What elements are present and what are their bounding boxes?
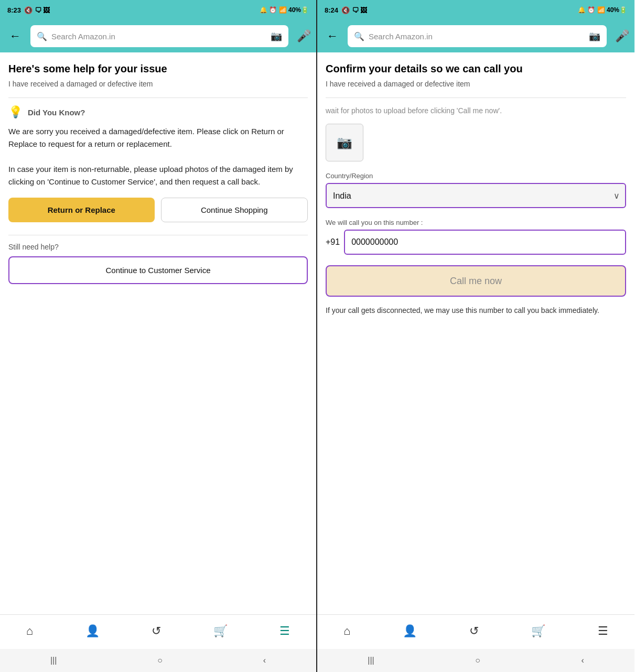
left-help-text: We are sorry you received a damaged/defe… xyxy=(8,125,308,188)
right-status-bar: 8:24 🔇 🗨 🖼 🔔 ⏰ 📶 40%🔋 xyxy=(317,0,634,20)
continue-to-customer-service-button[interactable]: Continue to Customer Service xyxy=(8,256,308,284)
right-account-icon: 👤 xyxy=(403,624,417,638)
right-sys-home[interactable]: ○ xyxy=(475,656,480,665)
left-search-placeholder: Search Amazon.in xyxy=(51,32,266,41)
left-nav-cart[interactable]: 🛒 xyxy=(213,624,228,638)
left-nav-bar: ← 🔍 Search Amazon.in 📷 🎤 xyxy=(0,20,316,52)
left-sys-home[interactable]: ○ xyxy=(157,656,163,665)
left-status-icons: 🔇 🗨 🖼 xyxy=(24,6,50,14)
left-search-icon: 🔍 xyxy=(37,31,47,41)
left-action-buttons: Return or Replace Continue Shopping xyxy=(8,198,308,222)
right-nav-refresh[interactable]: ↺ xyxy=(469,624,479,638)
still-need-help-label: Still need help? xyxy=(8,243,308,251)
right-status-right-icons: 🔔 ⏰ 📶 40%🔋 xyxy=(578,6,627,14)
left-bottom-nav: ⌂ 👤 ↺ 🛒 ☰ xyxy=(0,614,316,649)
right-time: 8:24 xyxy=(325,6,338,14)
right-page-title: Confirm your details so we can call you xyxy=(326,62,626,75)
return-or-replace-button[interactable]: Return or Replace xyxy=(8,198,155,222)
right-nav-menu[interactable]: ☰ xyxy=(598,624,608,638)
left-page-title: Here's some help for your issue xyxy=(8,62,308,75)
right-bottom-nav: ⌂ 👤 ↺ 🛒 ☰ xyxy=(317,614,634,649)
right-menu-icon: ☰ xyxy=(598,624,608,638)
right-refresh-icon: ↺ xyxy=(469,624,479,638)
right-sys-back[interactable]: ‹ xyxy=(581,656,584,665)
right-back-button[interactable]: ← xyxy=(322,27,342,45)
photo-upload-button[interactable]: 📷 xyxy=(326,124,363,161)
left-mic-icon[interactable]: 🎤 xyxy=(297,29,311,43)
left-status-right-icons: 🔔 ⏰ 📶 40%🔋 xyxy=(260,6,309,14)
phone-prefix: +91 xyxy=(326,237,340,247)
right-content: Confirm your details so we can call you … xyxy=(317,52,634,614)
right-cart-icon: 🛒 xyxy=(531,624,545,638)
left-did-you-know: 💡 Did You Know? xyxy=(8,105,308,119)
call-me-now-button[interactable]: Call me now xyxy=(326,265,626,297)
right-home-icon: ⌂ xyxy=(343,624,350,638)
right-search-bar[interactable]: 🔍 Search Amazon.in 📷 xyxy=(348,25,607,47)
left-time: 8:23 xyxy=(7,6,21,14)
left-sys-apps[interactable]: ||| xyxy=(50,656,57,665)
left-status-time: 8:23 🔇 🗨 🖼 xyxy=(7,6,50,14)
country-select[interactable]: India United States United Kingdom xyxy=(326,183,626,208)
left-sub-title: I have received a damaged or defective i… xyxy=(8,80,308,88)
continue-shopping-button[interactable]: Continue Shopping xyxy=(161,198,308,222)
left-nav-account[interactable]: 👤 xyxy=(85,624,100,638)
left-camera-icon[interactable]: 📷 xyxy=(271,30,282,42)
right-status-right: 🔔 ⏰ 📶 40%🔋 xyxy=(578,6,627,14)
photo-upload-icon: 📷 xyxy=(337,135,352,150)
right-nav-account[interactable]: 👤 xyxy=(403,624,417,638)
call-number-label: We will call you on this number : xyxy=(326,219,626,226)
right-search-placeholder: Search Amazon.in xyxy=(369,32,585,41)
left-status-bar: 8:23 🔇 🗨 🖼 🔔 ⏰ 📶 40%🔋 xyxy=(0,0,316,20)
left-divider-2 xyxy=(8,235,308,235)
cart-icon: 🛒 xyxy=(213,624,228,638)
right-status-time: 8:24 🔇 🗨 🖼 xyxy=(325,6,367,14)
left-phone-panel: 8:23 🔇 🗨 🖼 🔔 ⏰ 📶 40%🔋 ← 🔍 Search Amazon.… xyxy=(0,0,317,672)
right-divider-1 xyxy=(326,97,626,98)
left-search-bar[interactable]: 🔍 Search Amazon.in 📷 xyxy=(30,25,288,47)
country-label: Country/Region xyxy=(326,172,626,180)
right-sub-title: I have received a damaged or defective i… xyxy=(326,80,626,88)
account-icon: 👤 xyxy=(85,624,100,638)
right-status-icons: 🔇 🗨 🖼 xyxy=(341,6,367,14)
right-nav-bar: ← 🔍 Search Amazon.in 📷 🎤 xyxy=(317,20,634,52)
right-sys-apps[interactable]: ||| xyxy=(368,656,374,665)
right-phone-panel: 8:24 🔇 🗨 🖼 🔔 ⏰ 📶 40%🔋 ← 🔍 Search Amazon.… xyxy=(317,0,634,672)
left-nav-home[interactable]: ⌂ xyxy=(26,624,33,638)
call-disclaimer: If your call gets disconnected, we may u… xyxy=(326,305,626,316)
did-you-know-label: Did You Know? xyxy=(28,108,85,117)
phone-input[interactable] xyxy=(344,230,626,255)
menu-icon: ☰ xyxy=(279,624,290,638)
left-status-right: 🔔 ⏰ 📶 40%🔋 xyxy=(260,6,309,14)
right-scrolled-partial: wait for photos to upload before clickin… xyxy=(326,105,626,116)
right-nav-cart[interactable]: 🛒 xyxy=(531,624,545,638)
lightbulb-icon: 💡 xyxy=(8,105,23,119)
home-icon: ⌂ xyxy=(26,624,33,638)
left-divider-1 xyxy=(8,97,308,98)
left-content: Here's some help for your issue I have r… xyxy=(0,52,316,614)
left-back-button[interactable]: ← xyxy=(5,27,25,45)
refresh-icon: ↺ xyxy=(152,624,161,638)
right-system-nav: ||| ○ ‹ xyxy=(317,649,634,672)
right-camera-icon[interactable]: 📷 xyxy=(589,30,600,42)
left-sys-back[interactable]: ‹ xyxy=(263,656,266,665)
left-nav-refresh[interactable]: ↺ xyxy=(152,624,161,638)
phone-number-row: +91 xyxy=(326,230,626,255)
right-nav-home[interactable]: ⌂ xyxy=(343,624,350,638)
right-search-icon: 🔍 xyxy=(354,31,364,41)
left-nav-menu[interactable]: ☰ xyxy=(279,624,290,638)
left-system-nav: ||| ○ ‹ xyxy=(0,649,316,672)
country-select-wrapper: India United States United Kingdom ∨ xyxy=(326,183,626,208)
right-mic-icon[interactable]: 🎤 xyxy=(615,29,629,43)
